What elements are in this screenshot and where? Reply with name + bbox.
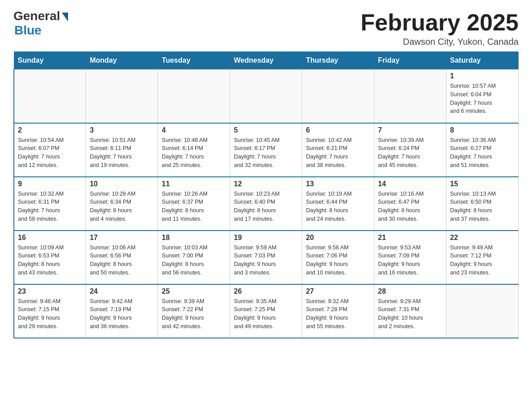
day-info: Sunrise: 10:06 AM Sunset: 6:56 PM Daylig… bbox=[90, 244, 154, 277]
day-number: 22 bbox=[450, 234, 515, 242]
day-number: 17 bbox=[90, 234, 154, 242]
header-friday: Friday bbox=[374, 52, 446, 69]
day-number: 5 bbox=[234, 126, 298, 134]
day-info: Sunrise: 10:19 AM Sunset: 6:44 PM Daylig… bbox=[306, 190, 370, 223]
day-number: 28 bbox=[378, 287, 442, 295]
calendar-cell: 6Sunrise: 10:42 AM Sunset: 6:21 PM Dayli… bbox=[302, 123, 374, 177]
day-info: Sunrise: 9:29 AM Sunset: 7:31 PM Dayligh… bbox=[378, 297, 442, 331]
calendar-cell: 14Sunrise: 10:16 AM Sunset: 6:47 PM Dayl… bbox=[374, 177, 446, 231]
calendar-cell: 25Sunrise: 9:39 AM Sunset: 7:22 PM Dayli… bbox=[158, 284, 230, 338]
day-number: 14 bbox=[378, 180, 442, 188]
calendar-cell: 9Sunrise: 10:32 AM Sunset: 6:31 PM Dayli… bbox=[14, 177, 86, 231]
day-number: 26 bbox=[234, 287, 298, 295]
calendar-week-3: 9Sunrise: 10:32 AM Sunset: 6:31 PM Dayli… bbox=[14, 177, 519, 231]
day-number: 9 bbox=[18, 180, 82, 188]
calendar-week-4: 16Sunrise: 10:09 AM Sunset: 6:53 PM Dayl… bbox=[14, 231, 519, 284]
day-info: Sunrise: 9:42 AM Sunset: 7:19 PM Dayligh… bbox=[90, 297, 154, 331]
day-number: 7 bbox=[378, 126, 442, 134]
day-info: Sunrise: 10:23 AM Sunset: 6:40 PM Daylig… bbox=[234, 190, 298, 223]
header-wednesday: Wednesday bbox=[230, 52, 302, 69]
day-number: 25 bbox=[162, 287, 226, 295]
calendar-cell: 11Sunrise: 10:26 AM Sunset: 6:37 PM Dayl… bbox=[158, 177, 230, 231]
day-number: 6 bbox=[306, 126, 370, 134]
day-info: Sunrise: 10:29 AM Sunset: 6:34 PM Daylig… bbox=[90, 190, 154, 223]
calendar-week-5: 23Sunrise: 9:46 AM Sunset: 7:15 PM Dayli… bbox=[14, 284, 519, 338]
day-info: Sunrise: 10:42 AM Sunset: 6:21 PM Daylig… bbox=[306, 136, 370, 170]
day-info: Sunrise: 9:49 AM Sunset: 7:12 PM Dayligh… bbox=[450, 244, 515, 277]
day-info: Sunrise: 10:51 AM Sunset: 6:11 PM Daylig… bbox=[90, 136, 154, 170]
calendar-cell: 17Sunrise: 10:06 AM Sunset: 6:56 PM Dayl… bbox=[86, 231, 158, 284]
calendar-cell: 24Sunrise: 9:42 AM Sunset: 7:19 PM Dayli… bbox=[86, 284, 158, 338]
logo: General Blue bbox=[13, 9, 68, 38]
calendar-week-1: 1Sunrise: 10:57 AM Sunset: 6:04 PM Dayli… bbox=[14, 69, 519, 123]
calendar-cell: 4Sunrise: 10:48 AM Sunset: 6:14 PM Dayli… bbox=[158, 123, 230, 177]
day-info: Sunrise: 10:36 AM Sunset: 6:27 PM Daylig… bbox=[450, 136, 515, 170]
calendar-cell: 2Sunrise: 10:54 AM Sunset: 6:07 PM Dayli… bbox=[14, 123, 86, 177]
day-info: Sunrise: 9:56 AM Sunset: 7:06 PM Dayligh… bbox=[306, 244, 370, 277]
calendar-cell bbox=[302, 69, 374, 123]
day-info: Sunrise: 10:39 AM Sunset: 6:24 PM Daylig… bbox=[378, 136, 442, 170]
day-number: 23 bbox=[18, 287, 82, 295]
calendar-cell: 18Sunrise: 10:03 AM Sunset: 7:00 PM Dayl… bbox=[158, 231, 230, 284]
day-number: 15 bbox=[450, 180, 515, 188]
day-number: 3 bbox=[90, 126, 154, 134]
calendar-cell: 7Sunrise: 10:39 AM Sunset: 6:24 PM Dayli… bbox=[374, 123, 446, 177]
location-subtitle: Dawson City, Yukon, Canada bbox=[360, 37, 519, 47]
calendar-cell: 1Sunrise: 10:57 AM Sunset: 6:04 PM Dayli… bbox=[446, 69, 519, 123]
day-info: Sunrise: 10:09 AM Sunset: 6:53 PM Daylig… bbox=[18, 244, 82, 277]
day-number: 11 bbox=[162, 180, 226, 188]
calendar-cell bbox=[446, 284, 519, 338]
calendar-cell bbox=[86, 69, 158, 123]
calendar-cell bbox=[158, 69, 230, 123]
calendar-cell: 20Sunrise: 9:56 AM Sunset: 7:06 PM Dayli… bbox=[302, 231, 374, 284]
calendar-cell bbox=[374, 69, 446, 123]
day-number: 20 bbox=[306, 234, 370, 242]
calendar-cell: 12Sunrise: 10:23 AM Sunset: 6:40 PM Dayl… bbox=[230, 177, 302, 231]
logo-arrow-icon bbox=[62, 13, 68, 21]
day-number: 24 bbox=[90, 287, 154, 295]
logo-blue-text: Blue bbox=[14, 23, 42, 38]
calendar-cell: 5Sunrise: 10:45 AM Sunset: 6:17 PM Dayli… bbox=[230, 123, 302, 177]
calendar-cell: 15Sunrise: 10:13 AM Sunset: 6:50 PM Dayl… bbox=[446, 177, 519, 231]
calendar-cell: 8Sunrise: 10:36 AM Sunset: 6:27 PM Dayli… bbox=[446, 123, 519, 177]
calendar-cell bbox=[230, 69, 302, 123]
day-number: 21 bbox=[378, 234, 442, 242]
day-number: 18 bbox=[162, 234, 226, 242]
header-saturday: Saturday bbox=[446, 52, 519, 69]
calendar-cell: 3Sunrise: 10:51 AM Sunset: 6:11 PM Dayli… bbox=[86, 123, 158, 177]
day-info: Sunrise: 10:03 AM Sunset: 7:00 PM Daylig… bbox=[162, 244, 226, 277]
calendar-table: SundayMondayTuesdayWednesdayThursdayFrid… bbox=[13, 51, 519, 338]
calendar-cell bbox=[14, 69, 86, 123]
day-info: Sunrise: 9:32 AM Sunset: 7:28 PM Dayligh… bbox=[306, 297, 370, 331]
day-info: Sunrise: 10:16 AM Sunset: 6:47 PM Daylig… bbox=[378, 190, 442, 223]
day-number: 4 bbox=[162, 126, 226, 134]
day-info: Sunrise: 10:48 AM Sunset: 6:14 PM Daylig… bbox=[162, 136, 226, 170]
day-info: Sunrise: 9:46 AM Sunset: 7:15 PM Dayligh… bbox=[18, 297, 82, 331]
day-info: Sunrise: 10:32 AM Sunset: 6:31 PM Daylig… bbox=[18, 190, 82, 223]
calendar-cell: 22Sunrise: 9:49 AM Sunset: 7:12 PM Dayli… bbox=[446, 231, 519, 284]
day-number: 19 bbox=[234, 234, 298, 242]
day-info: Sunrise: 9:35 AM Sunset: 7:25 PM Dayligh… bbox=[234, 297, 298, 331]
day-info: Sunrise: 10:54 AM Sunset: 6:07 PM Daylig… bbox=[18, 136, 82, 170]
page-header: General Blue February 2025 Dawson City, … bbox=[13, 9, 519, 47]
calendar-cell: 28Sunrise: 9:29 AM Sunset: 7:31 PM Dayli… bbox=[374, 284, 446, 338]
calendar-cell: 13Sunrise: 10:19 AM Sunset: 6:44 PM Dayl… bbox=[302, 177, 374, 231]
day-number: 27 bbox=[306, 287, 370, 295]
calendar-cell: 16Sunrise: 10:09 AM Sunset: 6:53 PM Dayl… bbox=[14, 231, 86, 284]
title-section: February 2025 Dawson City, Yukon, Canada bbox=[360, 9, 519, 47]
header-thursday: Thursday bbox=[302, 52, 374, 69]
header-sunday: Sunday bbox=[14, 52, 86, 69]
day-info: Sunrise: 10:13 AM Sunset: 6:50 PM Daylig… bbox=[450, 190, 515, 223]
day-info: Sunrise: 10:26 AM Sunset: 6:37 PM Daylig… bbox=[162, 190, 226, 223]
calendar-cell: 21Sunrise: 9:53 AM Sunset: 7:09 PM Dayli… bbox=[374, 231, 446, 284]
header-monday: Monday bbox=[86, 52, 158, 69]
logo-general-text: General bbox=[13, 9, 60, 23]
calendar-cell: 10Sunrise: 10:29 AM Sunset: 6:34 PM Dayl… bbox=[86, 177, 158, 231]
calendar-cell: 23Sunrise: 9:46 AM Sunset: 7:15 PM Dayli… bbox=[14, 284, 86, 338]
day-number: 16 bbox=[18, 234, 82, 242]
day-number: 12 bbox=[234, 180, 298, 188]
day-info: Sunrise: 10:45 AM Sunset: 6:17 PM Daylig… bbox=[234, 136, 298, 170]
day-info: Sunrise: 9:59 AM Sunset: 7:03 PM Dayligh… bbox=[234, 244, 298, 277]
day-info: Sunrise: 9:39 AM Sunset: 7:22 PM Dayligh… bbox=[162, 297, 226, 331]
day-number: 13 bbox=[306, 180, 370, 188]
